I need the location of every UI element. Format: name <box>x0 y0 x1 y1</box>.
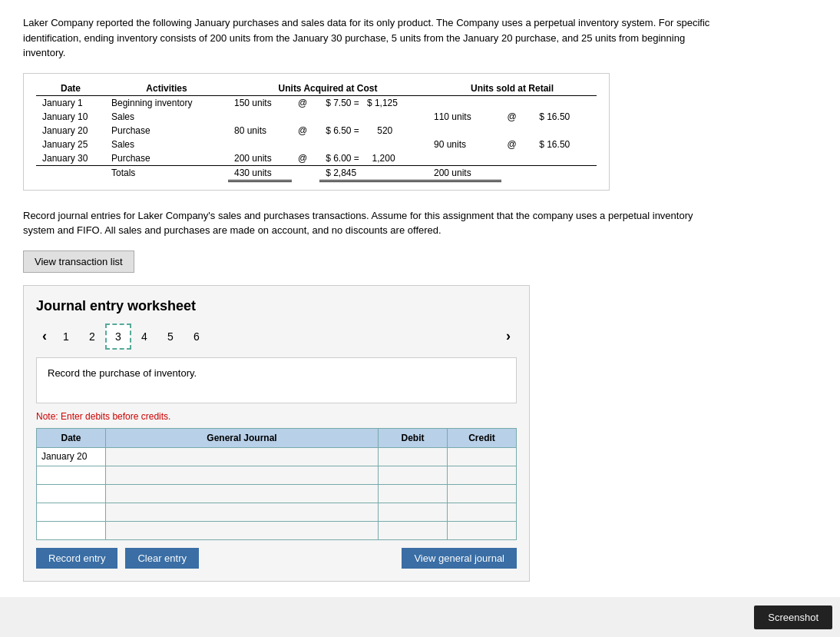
journal-entry-cell-1[interactable] <box>106 447 379 466</box>
journal-date-cell-2 <box>37 466 106 484</box>
journal-debit-cell-5[interactable] <box>379 521 448 539</box>
journal-credit-input-4[interactable] <box>448 503 516 521</box>
totals-row: Totals 430 units $ 2,845 200 units <box>36 165 597 181</box>
next-tab-button[interactable]: › <box>500 325 517 347</box>
journal-debit-input-1[interactable] <box>379 448 447 466</box>
col-date-header: Date <box>36 81 105 96</box>
journal-credit-input-2[interactable] <box>448 466 516 484</box>
journal-credit-cell-1[interactable] <box>448 447 517 466</box>
journal-credit-input-5[interactable] <box>448 522 516 539</box>
journal-debit-header: Debit <box>379 428 448 447</box>
data-table-container: Date Activities Units Acquired at Cost U… <box>23 73 610 191</box>
journal-entry-input-1[interactable] <box>106 448 378 466</box>
journal-debit-input-2[interactable] <box>379 466 447 484</box>
screenshot-button[interactable]: Screenshot <box>754 605 832 629</box>
journal-row-4 <box>37 503 517 521</box>
table-row: January 30 Purchase 200 units @ $ 6.00 =… <box>36 151 597 166</box>
journal-entry-worksheet: Journal entry worksheet ‹ 1 2 3 4 5 6 › … <box>23 285 530 582</box>
journal-date-header: Date <box>37 428 106 447</box>
record-entry-button[interactable]: Record entry <box>36 548 117 569</box>
journal-entry-input-3[interactable] <box>106 485 378 503</box>
journal-entry-input-4[interactable] <box>106 503 378 521</box>
journal-entry-input-5[interactable] <box>106 522 378 539</box>
tab-2[interactable]: 2 <box>79 323 105 350</box>
journal-date-cell-5 <box>37 521 106 539</box>
view-transaction-list-button[interactable]: View transaction list <box>23 250 134 273</box>
col-units-acquired-header: Units Acquired at Cost <box>228 81 428 96</box>
journal-debit-input-5[interactable] <box>379 522 447 539</box>
journal-row-1: January 20 <box>37 447 517 466</box>
tab-5[interactable]: 5 <box>157 323 184 350</box>
note-text: Note: Enter debits before credits. <box>36 411 517 422</box>
prev-tab-button[interactable]: ‹ <box>36 325 53 347</box>
action-buttons: Record entry Clear entry View general jo… <box>36 548 517 569</box>
tab-1[interactable]: 1 <box>53 323 79 350</box>
journal-credit-cell-4[interactable] <box>448 503 517 521</box>
journal-credit-input-3[interactable] <box>448 485 516 503</box>
col-activities-header: Activities <box>105 81 228 96</box>
table-row: January 1 Beginning inventory 150 units … <box>36 95 597 110</box>
journal-entry-cell-4[interactable] <box>106 503 379 521</box>
journal-debit-cell-4[interactable] <box>379 503 448 521</box>
journal-debit-cell-1[interactable] <box>379 447 448 466</box>
journal-entry-cell-5[interactable] <box>106 521 379 539</box>
tab-6[interactable]: 6 <box>184 323 210 350</box>
instruction-box: Record the purchase of inventory. <box>36 357 517 403</box>
inventory-table: Date Activities Units Acquired at Cost U… <box>36 81 597 182</box>
journal-debit-input-4[interactable] <box>379 503 447 521</box>
col-units-sold-header: Units sold at Retail <box>428 81 597 96</box>
journal-general-header: General Journal <box>106 428 379 447</box>
journal-credit-input-1[interactable] <box>448 448 516 466</box>
journal-debit-cell-2[interactable] <box>379 466 448 484</box>
journal-date-cell-4 <box>37 503 106 521</box>
journal-credit-cell-3[interactable] <box>448 484 517 503</box>
table-row: January 10 Sales 110 units @ $ 16.50 <box>36 110 597 124</box>
tab-3[interactable]: 3 <box>105 323 131 350</box>
journal-entry-input-2[interactable] <box>106 466 378 484</box>
tab-4[interactable]: 4 <box>131 323 157 350</box>
journal-entry-cell-3[interactable] <box>106 484 379 503</box>
clear-entry-button[interactable]: Clear entry <box>125 548 199 569</box>
journal-credit-cell-5[interactable] <box>448 521 517 539</box>
worksheet-title: Journal entry worksheet <box>36 298 517 314</box>
journal-credit-cell-2[interactable] <box>448 466 517 484</box>
journal-row-2 <box>37 466 517 484</box>
view-general-journal-button[interactable]: View general journal <box>402 548 517 569</box>
tab-navigation: ‹ 1 2 3 4 5 6 › <box>36 323 517 350</box>
record-instructions: Record journal entries for Laker Company… <box>23 208 714 238</box>
journal-credit-header: Credit <box>448 428 517 447</box>
journal-debit-cell-3[interactable] <box>379 484 448 503</box>
journal-row-3 <box>37 484 517 503</box>
table-row: January 25 Sales 90 units @ $ 16.50 <box>36 138 597 151</box>
intro-paragraph: Laker Company reported the following Jan… <box>23 15 714 61</box>
journal-debit-input-3[interactable] <box>379 485 447 503</box>
journal-row-5 <box>37 521 517 539</box>
table-row: January 20 Purchase 80 units @ $ 6.50 = … <box>36 124 597 138</box>
journal-date-cell-1: January 20 <box>37 447 106 466</box>
journal-date-cell-3 <box>37 484 106 503</box>
journal-entry-cell-2[interactable] <box>106 466 379 484</box>
journal-table: Date General Journal Debit Credit Januar… <box>36 428 517 540</box>
